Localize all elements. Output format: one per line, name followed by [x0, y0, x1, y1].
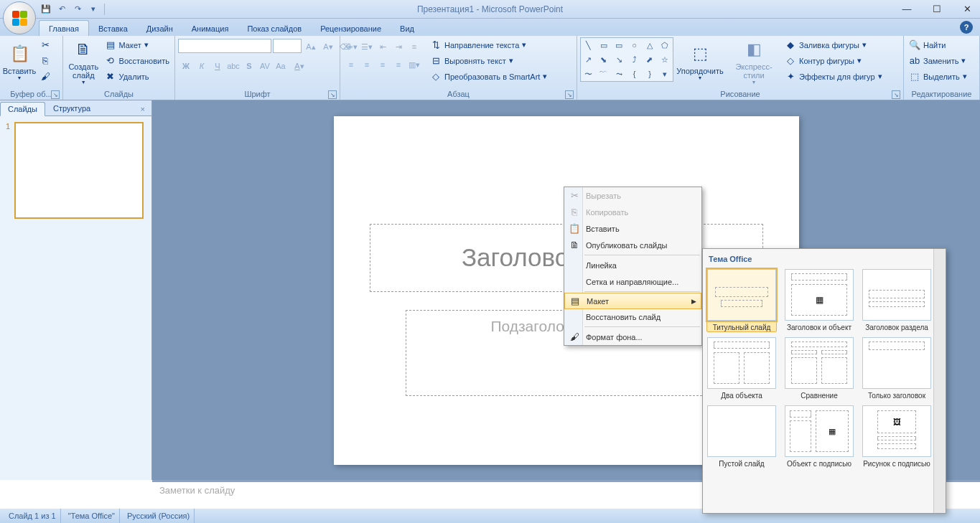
minimize-button[interactable]: — — [898, 2, 915, 17]
tab-animation[interactable]: Анимация — [182, 21, 238, 36]
layout-section-header[interactable]: Заголовок раздела — [862, 269, 931, 331]
replace-button[interactable]: abЗаменить ▾ — [907, 53, 969, 68]
bold-button[interactable]: Ж — [178, 58, 194, 74]
help-button[interactable]: ? — [960, 21, 973, 34]
shadow-button[interactable]: S — [241, 58, 257, 74]
quick-styles-button[interactable]: ◧ Экспресс-стили▼ — [727, 37, 781, 86]
cm-grid[interactable]: Сетка и направляющие... — [564, 273, 701, 290]
status-language[interactable]: Русский (Россия) — [123, 509, 195, 523]
group-clipboard: 📋 Вставить ▼ ✂ ⎘ 🖌 Буфер об...↘ — [0, 36, 63, 100]
bullets-button[interactable]: ≔▾ — [343, 39, 359, 55]
layout-two-content[interactable]: Два объекта — [707, 337, 776, 400]
layout-icon: ▤ — [105, 39, 116, 51]
close-button[interactable]: ✕ — [958, 2, 976, 17]
case-button[interactable]: Aa — [273, 58, 289, 74]
shrink-font-button[interactable]: A▾ — [320, 39, 336, 55]
layout-picture-caption[interactable]: 🖼 Рисунок с подписью — [862, 405, 931, 468]
qat-undo[interactable]: ↶ — [55, 2, 69, 17]
text-direction-button[interactable]: ⇅Направление текста ▾ — [428, 37, 549, 52]
shape-fill-button[interactable]: ◆Заливка фигуры ▾ — [783, 37, 885, 52]
font-name-input[interactable] — [178, 39, 271, 53]
paste-label: Вставить — [3, 67, 37, 75]
layout-content-caption[interactable]: ▦ Объект с подписью — [785, 405, 854, 468]
layout-title-content[interactable]: ▦ Заголовок и объект — [785, 269, 854, 331]
tab-review[interactable]: Рецензирование — [311, 21, 391, 36]
justify-button[interactable]: ≡ — [391, 57, 406, 72]
cm-ruler[interactable]: Линейка — [564, 257, 701, 273]
arrange-button[interactable]: ⬚ Упорядочить▼ — [675, 37, 725, 86]
cm-publish[interactable]: 🗎Опубликовать слайды — [564, 237, 701, 253]
align-left-button[interactable]: ≡ — [343, 57, 359, 72]
copy-icon: ⎘ — [568, 206, 581, 219]
font-size-input[interactable] — [273, 39, 302, 53]
layout-button[interactable]: ▤Макет ▾ — [103, 37, 172, 52]
shape-outline-button[interactable]: ◇Контур фигуры ▾ — [783, 53, 885, 68]
smartart-button[interactable]: ◇Преобразовать в SmartArt ▾ — [428, 69, 549, 84]
clipboard-group-label: Буфер об... — [10, 90, 52, 98]
chevron-right-icon: ▶ — [691, 298, 696, 305]
cut-button[interactable]: ✂ — [37, 37, 53, 52]
clipboard-launcher[interactable]: ↘ — [51, 90, 60, 99]
select-button[interactable]: ⬚Выделить ▾ — [907, 69, 969, 84]
new-slide-button[interactable]: 🗎 Создать слайд ▼ — [66, 37, 101, 86]
cm-format[interactable]: 🖌Формат фона... — [564, 329, 701, 345]
tab-insert[interactable]: Вставка — [89, 21, 137, 36]
layout-title-only[interactable]: Только заголовок — [862, 337, 931, 400]
find-icon: 🔍 — [909, 39, 920, 51]
maximize-button[interactable]: ☐ — [928, 2, 946, 17]
layout-scrollbar[interactable] — [933, 249, 946, 513]
font-launcher[interactable]: ↘ — [328, 90, 337, 99]
indent-button[interactable]: ⇥ — [391, 39, 406, 55]
context-menu: ✂Вырезать ⎘Копировать 📋Вставить 🗎Опублик… — [564, 187, 702, 346]
cm-layout[interactable]: ▤Макет▶ — [564, 293, 701, 309]
underline-button[interactable]: Ч — [210, 58, 225, 74]
drawing-launcher[interactable]: ↘ — [892, 90, 900, 99]
align-right-button[interactable]: ≡ — [375, 57, 391, 72]
outline-tabs: Слайды Структура × — [0, 100, 151, 116]
tab-home[interactable]: Главная — [39, 20, 89, 36]
strike-button[interactable]: abc — [225, 58, 241, 74]
tab-slideshow[interactable]: Показ слайдов — [238, 21, 311, 36]
layout-blank[interactable]: Пустой слайд — [707, 405, 776, 468]
slide-thumbnail-1[interactable] — [14, 122, 144, 219]
office-button[interactable] — [3, 1, 36, 34]
format-painter-button[interactable]: 🖌 — [37, 69, 53, 84]
columns-button[interactable]: ▥▾ — [406, 57, 422, 72]
tab-structure[interactable]: Структура — [45, 101, 98, 116]
thumbnail-list: 1 — [0, 116, 151, 225]
grow-font-button[interactable]: A▴ — [303, 39, 319, 55]
qat-customize[interactable]: ▾ — [86, 2, 101, 17]
italic-button[interactable]: К — [194, 58, 210, 74]
layout-title-slide[interactable]: Титульный слайд — [706, 268, 777, 332]
align-text-button[interactable]: ⊟Выровнять текст ▾ — [428, 53, 549, 68]
layout-comparison[interactable]: Сравнение — [785, 337, 854, 400]
reset-button[interactable]: ⟲Восстановить — [103, 53, 172, 68]
spacing-button[interactable]: AV — [257, 58, 273, 74]
drawing-group-label: Рисование — [720, 90, 760, 98]
paragraph-launcher[interactable]: ↘ — [565, 90, 574, 99]
outdent-button[interactable]: ⇤ — [375, 39, 391, 55]
reset-icon: ⟲ — [105, 55, 116, 67]
qat-redo[interactable]: ↷ — [70, 2, 85, 17]
tab-view[interactable]: Вид — [391, 21, 424, 36]
smartart-icon: ◇ — [430, 71, 442, 83]
find-button[interactable]: 🔍Найти — [907, 37, 969, 52]
linespace-button[interactable]: ≡ — [406, 39, 422, 55]
editing-group-label: Редактирование — [912, 90, 972, 98]
paste-icon: 📋 — [568, 222, 581, 235]
copy-button[interactable]: ⎘ — [37, 53, 53, 68]
align-center-button[interactable]: ≡ — [359, 57, 375, 72]
paste-button[interactable]: 📋 Вставить ▼ — [3, 37, 36, 86]
shapes-gallery[interactable]: ╲▭▭○△⬠ ↗⬊↘⤴⬈☆ 〜﹋⤳{}▾ — [580, 37, 673, 82]
delete-button[interactable]: ✖Удалить — [103, 69, 172, 84]
tab-slides-thumbs[interactable]: Слайды — [0, 102, 45, 116]
qat-save[interactable]: 💾 — [39, 2, 53, 17]
outline-close[interactable]: × — [139, 103, 147, 116]
numbering-button[interactable]: ☰▾ — [359, 39, 375, 55]
font-color-button[interactable]: A▾ — [289, 58, 310, 74]
cm-reset[interactable]: Восстановить слайд — [564, 308, 701, 325]
qat-separator — [104, 4, 105, 15]
tab-design[interactable]: Дизайн — [137, 21, 182, 36]
shape-effects-button[interactable]: ✦Эффекты для фигур ▾ — [783, 69, 885, 84]
cm-paste[interactable]: 📋Вставить — [564, 220, 701, 237]
